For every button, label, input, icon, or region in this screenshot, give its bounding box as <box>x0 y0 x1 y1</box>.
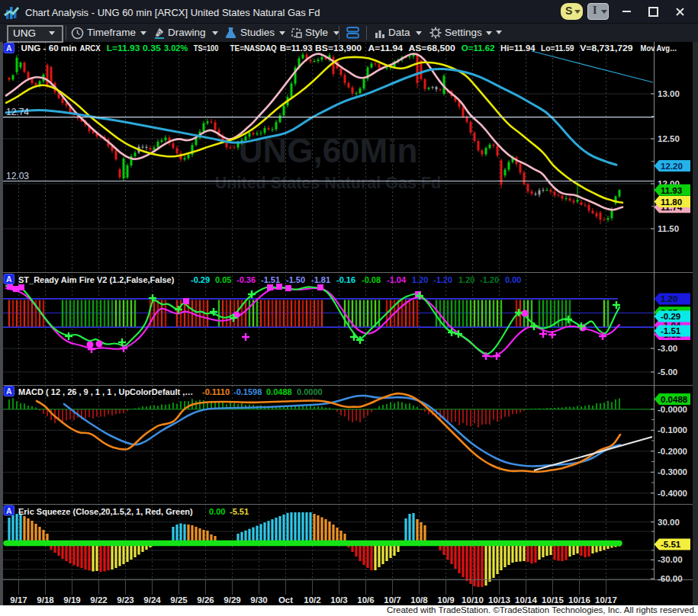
svg-text:-5.51: -5.51 <box>661 540 681 549</box>
svg-text:0.0488: 0.0488 <box>661 395 688 404</box>
svg-text:MACD ( 12 , 26 , 9 , 1 , 1 , U: MACD ( 12 , 26 , 9 , 1 , 1 , UpColorDefa… <box>18 387 193 396</box>
svg-text:-0.4000: -0.4000 <box>658 489 687 498</box>
svg-text:ST_Ready Aim Fire V2 (1.2,Fals: ST_Ready Aim Fire V2 (1.2,False,False) <box>18 275 175 284</box>
svg-text:30.00: 30.00 <box>658 518 680 527</box>
svg-text:Eric Squeeze (Close,20,1.5,2,: Eric Squeeze (Close,20,1.5,2, 1, Red, Gr… <box>18 507 193 516</box>
svg-text:1.20: 1.20 <box>661 294 677 303</box>
svg-text:-0.1110: -0.1110 <box>202 387 230 396</box>
svg-text:-1.20: -1.20 <box>433 275 452 284</box>
svg-text:11.50: 11.50 <box>658 224 679 233</box>
svg-text:0.00: 0.00 <box>505 275 521 284</box>
svg-text:9/30: 9/30 <box>250 595 267 605</box>
svg-text:10/14: 10/14 <box>515 595 537 605</box>
svg-text:11.80: 11.80 <box>661 197 682 207</box>
svg-text:9/19: 9/19 <box>63 595 80 605</box>
svg-text:A: A <box>6 274 12 284</box>
svg-text:Lo=11.59: Lo=11.59 <box>541 43 574 53</box>
svg-text:V=8,731,729: V=8,731,729 <box>580 43 632 53</box>
svg-text:10/6: 10/6 <box>357 595 374 605</box>
svg-text:-30.00: -30.00 <box>658 555 683 564</box>
svg-text:-1.04: -1.04 <box>387 275 407 284</box>
svg-text:10/15: 10/15 <box>542 595 564 605</box>
svg-text:10/10: 10/10 <box>462 595 484 605</box>
svg-text:B=11.93: B=11.93 <box>280 43 313 53</box>
svg-text:12.50: 12.50 <box>658 134 680 143</box>
svg-text:10/8: 10/8 <box>410 595 428 605</box>
svg-text:9/29: 9/29 <box>224 595 240 605</box>
svg-text:L=11.93: L=11.93 <box>107 43 140 53</box>
svg-text:-0.2000: -0.2000 <box>658 447 687 456</box>
svg-text:United States Natural Gas Fd: United States Natural Gas Fd <box>215 174 441 192</box>
svg-text:12.03: 12.03 <box>6 171 29 181</box>
svg-text:UNG - 60 min: UNG - 60 min <box>21 43 77 53</box>
svg-text:-1.50: -1.50 <box>286 275 305 284</box>
svg-text:0.35: 0.35 <box>143 43 161 53</box>
svg-text:3.02%: 3.02% <box>164 43 188 53</box>
svg-text:-0.36: -0.36 <box>236 275 256 284</box>
svg-text:A: A <box>6 387 12 396</box>
svg-text:-0.3000: -0.3000 <box>658 467 687 476</box>
svg-text:10/17: 10/17 <box>595 595 617 605</box>
svg-text:-0.0000: -0.0000 <box>658 405 687 414</box>
svg-text:AS=68,500: AS=68,500 <box>408 43 455 53</box>
svg-text:9/22: 9/22 <box>90 595 107 605</box>
svg-text:10/2: 10/2 <box>304 595 320 605</box>
svg-text:-0.1000: -0.1000 <box>658 425 687 435</box>
svg-text:0.0488: 0.0488 <box>266 387 292 396</box>
svg-text:-1.51: -1.51 <box>261 275 280 284</box>
svg-text:10/13: 10/13 <box>488 595 510 605</box>
svg-text:Hi=11.94: Hi=11.94 <box>500 43 536 53</box>
svg-text:0.00: 0.00 <box>209 507 225 516</box>
svg-text:-1.81: -1.81 <box>311 275 330 284</box>
svg-text:-0.16: -0.16 <box>336 275 355 284</box>
svg-text:A: A <box>6 506 12 515</box>
svg-text:1.20: 1.20 <box>412 275 428 284</box>
svg-text:BS=13,900: BS=13,900 <box>315 43 362 53</box>
svg-text:-60.00: -60.00 <box>658 574 683 583</box>
svg-text:ARCX: ARCX <box>80 43 101 53</box>
svg-text:0.05: 0.05 <box>215 275 231 284</box>
svg-text:-1.20: -1.20 <box>480 275 499 284</box>
svg-text:9/18: 9/18 <box>37 595 54 605</box>
svg-text:10/9: 10/9 <box>437 595 454 605</box>
svg-text:TE=NASDAQ: TE=NASDAQ <box>230 43 278 53</box>
svg-text:TS=100: TS=100 <box>194 43 219 53</box>
svg-text:12.74: 12.74 <box>6 107 29 117</box>
svg-text:Oct: Oct <box>278 595 293 605</box>
svg-text:-1.51: -1.51 <box>661 326 681 335</box>
svg-text:-0.1598: -0.1598 <box>233 387 262 396</box>
svg-text:-5.00: -5.00 <box>658 367 677 377</box>
svg-text:9/25: 9/25 <box>170 595 188 605</box>
svg-text:-5.51: -5.51 <box>230 507 249 516</box>
svg-text:9/26: 9/26 <box>197 595 214 605</box>
svg-text:9/23: 9/23 <box>117 595 133 605</box>
svg-text:Mov Avg…: Mov Avg… <box>641 43 677 53</box>
svg-text:A=11.94: A=11.94 <box>368 43 404 53</box>
svg-text:-3.00: -3.00 <box>658 344 677 353</box>
svg-text:10/16: 10/16 <box>568 595 590 605</box>
svg-text:0.0000: 0.0000 <box>297 387 323 396</box>
svg-text:-0.08: -0.08 <box>362 275 381 284</box>
svg-text:12.20: 12.20 <box>661 162 683 171</box>
svg-text:9/24: 9/24 <box>143 595 161 605</box>
svg-text:O=11.62: O=11.62 <box>462 43 495 53</box>
svg-text:10/3: 10/3 <box>330 595 347 605</box>
svg-text:A: A <box>6 43 12 53</box>
svg-text:11.93: 11.93 <box>661 186 682 195</box>
svg-text:13.00: 13.00 <box>658 89 680 98</box>
svg-text:10/7: 10/7 <box>384 595 400 605</box>
svg-text:-0.29: -0.29 <box>191 275 210 284</box>
svg-text:9/17: 9/17 <box>10 595 27 605</box>
svg-text:1.20: 1.20 <box>458 275 474 284</box>
svg-text:-0.29: -0.29 <box>661 312 680 321</box>
